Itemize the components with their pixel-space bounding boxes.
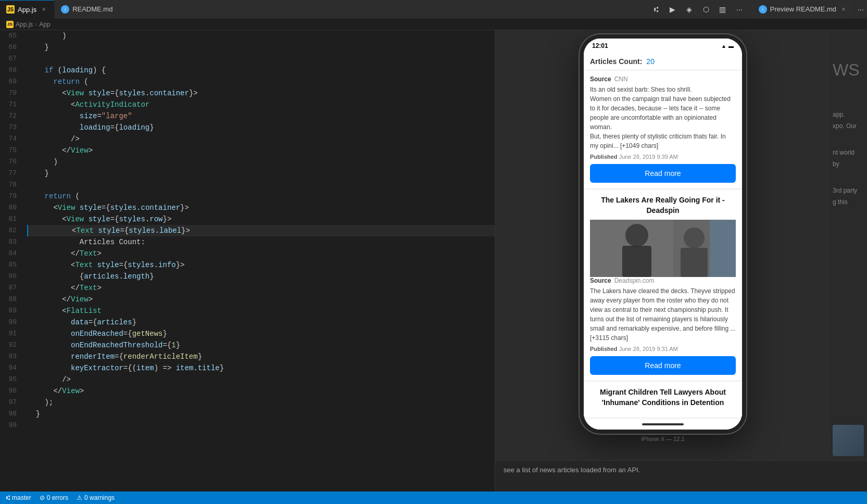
- article-1-text: Its an old sexist barb: Shes too shrill.…: [590, 85, 736, 150]
- tab-bar: JS App.js × i README.md ⑆ ▶ ◈ ⬡ ▥ ··· i …: [0, 0, 867, 19]
- code-line-87: </Text>: [27, 282, 495, 294]
- phone-time: 12:01: [592, 42, 608, 49]
- code-line-77: }: [27, 168, 495, 179]
- article-1-published-label: Published: [590, 154, 618, 160]
- source-control-icon[interactable]: ⑆: [650, 3, 662, 16]
- svg-rect-6: [710, 220, 736, 277]
- tab-preview-close[interactable]: ×: [839, 5, 848, 14]
- code-line-84: </Text>: [27, 248, 495, 259]
- code-line-99: [27, 420, 495, 431]
- svg-rect-3: [622, 246, 651, 277]
- article-1-read-more[interactable]: Read more: [590, 164, 736, 183]
- svg-rect-5: [681, 248, 708, 277]
- article-1-source-row: Source CNN: [590, 75, 736, 83]
- article-3-title: Migrant Children Tell Lawyers About 'Inh…: [590, 387, 736, 408]
- article-2-published-date: June 28, 2019 9:31 AM: [619, 346, 678, 352]
- code-line-66: }: [27, 42, 495, 53]
- extensions-icon[interactable]: ⬡: [700, 3, 712, 16]
- code-line-73: loading={loading}: [27, 122, 495, 133]
- breadcrumb-js-icon: JS: [6, 21, 14, 28]
- article-1-published-date: June 28, 2019 9:39 AM: [619, 154, 678, 160]
- code-line-76: ): [27, 156, 495, 168]
- code-line-80: <View style={styles.container}>: [27, 202, 495, 213]
- breadcrumb-separator: ›: [35, 21, 37, 28]
- git-branch-name: master: [12, 494, 31, 501]
- run-icon[interactable]: ▶: [667, 3, 679, 16]
- code-line-72: size="large": [27, 110, 495, 122]
- breadcrumb: JS App.js › App: [0, 19, 867, 30]
- article-2-source-row: Source Deadspin.com: [590, 277, 736, 284]
- article-2-title: The Lakers Are Really Going For it - Dea…: [590, 195, 736, 216]
- errors-indicator[interactable]: ⊘ 0 errors: [40, 494, 68, 501]
- article-2-source: Deadspin.com: [614, 277, 655, 284]
- right-overlay-panel: WS app. xpo. Our nt world by 3rd party g…: [831, 30, 867, 460]
- preview-md-icon: i: [759, 5, 767, 14]
- warnings-indicator[interactable]: ⚠ 0 warnings: [77, 494, 115, 501]
- code-line-74: />: [27, 133, 495, 145]
- article-1-source: CNN: [614, 75, 628, 83]
- tab-appjs-close[interactable]: ×: [40, 5, 48, 14]
- bottom-desc-text: see a list of news articles loaded from …: [504, 466, 640, 474]
- phone-frame: 12:01 ▲ ▬ Articles Count: 20: [580, 34, 746, 434]
- js-icon: JS: [6, 5, 15, 14]
- code-content[interactable]: ) } if (loading) { return ( <View style=…: [25, 30, 495, 492]
- toolbar-icons: ⑆ ▶ ◈ ⬡ ▥ ···: [644, 3, 752, 16]
- more-icon[interactable]: ···: [733, 3, 746, 16]
- code-line-97: );: [27, 397, 495, 408]
- code-line-91: onEndReached={getNews}: [27, 328, 495, 339]
- code-line-67: [27, 53, 495, 65]
- tab-appjs-label: App.js: [18, 6, 36, 14]
- breadcrumb-file[interactable]: App.js: [16, 21, 33, 28]
- article-card-3: Migrant Children Tell Lawyers About 'Inh…: [584, 382, 742, 417]
- overlay-text-lines: app. xpo. Our nt world by 3rd party g th…: [833, 109, 865, 208]
- code-line-95: />: [27, 374, 495, 385]
- article-2-image-svg: [590, 220, 736, 277]
- phone-content[interactable]: Articles Count: 20 Source CNN Its an old…: [584, 53, 742, 419]
- overlay-image: [833, 425, 864, 456]
- tab-preview[interactable]: i Preview README.md ×: [752, 0, 855, 19]
- code-line-78: [27, 179, 495, 191]
- article-2-published: Published June 28, 2019 9:31 AM: [590, 346, 736, 352]
- code-line-82: <Text style={styles.label}>: [27, 225, 495, 236]
- wifi-icon: ▲: [721, 43, 726, 49]
- layout-icon[interactable]: ▥: [717, 3, 729, 16]
- overlay-line-4: by: [833, 159, 865, 170]
- overlay-line-3: nt world: [833, 147, 865, 159]
- tab-appjs[interactable]: JS App.js ×: [0, 0, 55, 19]
- svg-point-4: [684, 228, 705, 248]
- article-2-read-more[interactable]: Read more: [590, 356, 736, 375]
- article-1-published: Published June 28, 2019 9:39 AM: [590, 154, 736, 160]
- warning-icon: ⚠: [77, 494, 82, 501]
- git-branch[interactable]: ⑆ master: [6, 494, 31, 501]
- overlay-line-1: app.: [833, 109, 865, 121]
- articles-count-value: 20: [646, 57, 655, 66]
- code-line-79: return (: [27, 191, 495, 202]
- tab-readme[interactable]: i README.md: [55, 0, 119, 19]
- code-line-65: ): [27, 30, 495, 42]
- md-icon: i: [61, 5, 69, 14]
- code-line-96: </View>: [27, 385, 495, 397]
- code-editor[interactable]: 6566676869 7071727374 7576777879 8081828…: [0, 30, 495, 492]
- app-header: Articles Count: 20: [584, 53, 742, 70]
- debug-icon[interactable]: ◈: [683, 3, 696, 16]
- code-line-69: return (: [27, 76, 495, 87]
- phone-status-icons: ▲ ▬: [721, 43, 734, 49]
- breadcrumb-symbol[interactable]: App: [39, 21, 50, 28]
- article-2-published-label: Published: [590, 346, 618, 352]
- article-2-image: [590, 220, 736, 277]
- errors-text: 0 errors: [47, 494, 68, 501]
- bottom-description: see a list of news articles loaded from …: [495, 460, 867, 492]
- preview-more-icon[interactable]: ···: [855, 3, 867, 16]
- code-line-88: </View>: [27, 294, 495, 305]
- main-area: 6566676869 7071727374 7576777879 8081828…: [0, 30, 867, 492]
- overlay-line-6: g this: [833, 197, 865, 208]
- tab-readme-label: README.md: [72, 5, 112, 13]
- code-line-94: keyExtractor={(item) => item.title}: [27, 362, 495, 374]
- code-line-68: if (loading) {: [27, 65, 495, 76]
- code-line-89: <FlatList: [27, 305, 495, 317]
- git-icon: ⑆: [6, 494, 10, 501]
- phone-status-bar: 12:01 ▲ ▬: [584, 39, 742, 53]
- warnings-text: 0 warnings: [84, 494, 115, 501]
- tab-preview-label: Preview README.md: [770, 5, 836, 13]
- phone-device-label: iPhone X — 12.1: [639, 434, 686, 444]
